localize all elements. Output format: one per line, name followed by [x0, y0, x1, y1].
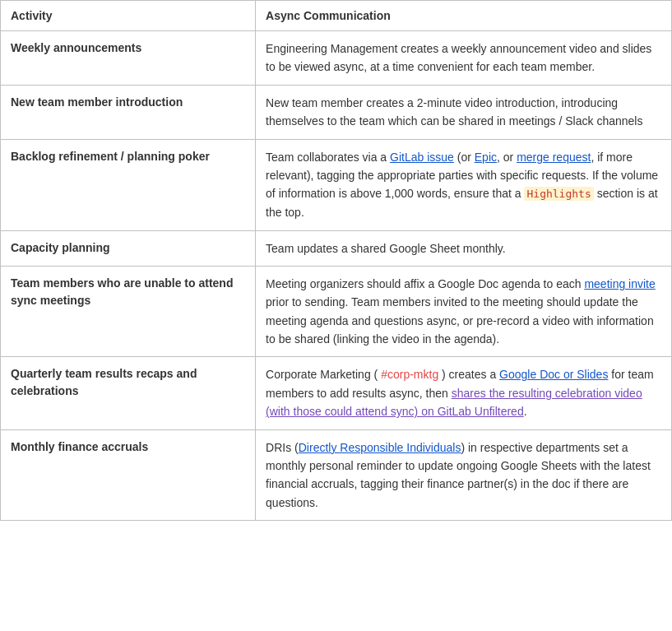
activity-cell: New team member introduction	[1, 85, 256, 139]
activity-cell: Quarterly team results recaps and celebr…	[1, 357, 256, 429]
highlights-tag: Highlights	[524, 187, 593, 201]
meeting-invite-link[interactable]: meeting invite	[584, 277, 655, 290]
activity-cell: Monthly finance accruals	[1, 429, 256, 521]
table-row: Capacity planning Team updates a shared …	[1, 230, 672, 266]
async-header: Async Communication	[256, 1, 672, 31]
table-row: New team member introduction New team me…	[1, 85, 672, 139]
corp-mktg-tag: #corp-mktg	[381, 368, 438, 381]
merge-request-link[interactable]: merge request	[517, 151, 591, 164]
gitlab-issue-link[interactable]: GitLab issue	[390, 151, 454, 164]
table-row: Backlog refinement / planning poker Team…	[1, 139, 672, 230]
async-cell: Engineering Management creates a weekly …	[256, 31, 672, 86]
table-row: Monthly finance accruals DRIs (Directly …	[1, 429, 672, 521]
activity-cell: Capacity planning	[1, 230, 256, 266]
activity-header: Activity	[1, 1, 256, 31]
activity-cell: Team members who are unable to attend sy…	[1, 266, 256, 357]
google-doc-slides-link[interactable]: Google Doc or Slides	[499, 368, 608, 381]
celebration-video-link[interactable]: shares the resulting celebration video (…	[266, 387, 642, 418]
table-row: Team members who are unable to attend sy…	[1, 266, 672, 357]
epic-link[interactable]: Epic	[475, 151, 497, 164]
table-row: Quarterly team results recaps and celebr…	[1, 357, 672, 429]
async-cell: Team updates a shared Google Sheet month…	[256, 230, 672, 266]
async-cell: DRIs (Directly Responsible Individuals) …	[256, 429, 672, 521]
dri-link[interactable]: Directly Responsible Individuals	[299, 441, 461, 454]
table-row: Weekly announcements Engineering Managem…	[1, 31, 672, 86]
async-cell: Meeting organizers should affix a Google…	[256, 266, 672, 357]
async-cell: Team collaborates via a GitLab issue (or…	[256, 139, 672, 230]
activity-cell: Weekly announcements	[1, 31, 256, 86]
async-cell: New team member creates a 2-minute video…	[256, 85, 672, 139]
activity-cell: Backlog refinement / planning poker	[1, 139, 256, 230]
async-cell: Corporate Marketing ( #corp-mktg ) creat…	[256, 357, 672, 429]
